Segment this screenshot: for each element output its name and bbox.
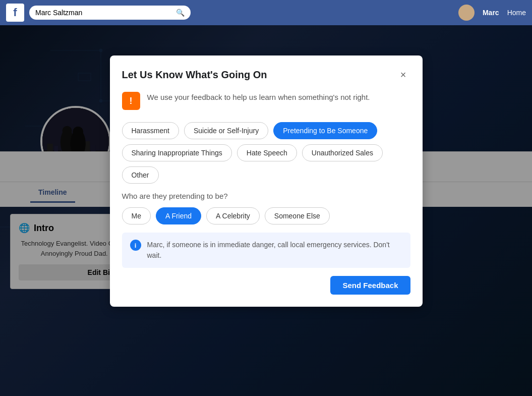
chip-other[interactable]: Other [122,166,159,184]
info-icon: i [130,240,141,251]
pretend-chip-friend[interactable]: A Friend [156,207,201,224]
chip-harassment[interactable]: Harassment [122,122,179,139]
pretend-question: Who are they pretending to be? [122,192,410,200]
avatar [458,5,475,21]
search-bar[interactable]: 🔍 [29,6,191,20]
nav-home-link[interactable]: Home [507,9,526,17]
nav-username: Marc [483,9,499,17]
send-feedback-button[interactable]: Send Feedback [330,276,410,295]
footer-info-text: Marc, if someone is in immediate danger,… [147,240,402,261]
pretend-chip-someone_else[interactable]: Someone Else [265,207,330,224]
report-options: HarassmentSuicide or Self-InjuryPretendi… [122,122,410,184]
feedback-description: We use your feedback to help us learn wh… [147,92,370,103]
warning-icon: ! [122,92,140,110]
modal-header: Let Us Know What's Going On × [122,68,410,82]
pretend-chip-me[interactable]: Me [122,207,151,224]
chip-unauthorized[interactable]: Unauthorized Sales [302,144,383,161]
chip-sharing[interactable]: Sharing Inappropriate Things [122,144,232,161]
feedback-intro: ! We use your feedback to help us learn … [122,92,410,110]
page-background: Marc S Timeline 🌐 Intro Technology Evang… [0,25,532,396]
modal-overlay: Let Us Know What's Going On × ! We use y… [0,25,532,396]
search-input[interactable] [35,9,172,17]
top-navigation: f 🔍 Marc Home [0,0,532,25]
close-button[interactable]: × [396,68,410,82]
search-icon: 🔍 [176,9,185,17]
warning-icon-label: ! [130,96,133,106]
chip-hate[interactable]: Hate Speech [237,144,297,161]
facebook-logo: f [6,4,24,22]
modal-actions: Send Feedback [122,276,410,295]
pretend-options: MeA FriendA CelebritySomeone Else [122,207,410,224]
chip-pretending[interactable]: Pretending to Be Someone [273,122,377,139]
report-modal: Let Us Know What's Going On × ! We use y… [110,55,423,307]
pretend-chip-celebrity[interactable]: A Celebrity [206,207,260,224]
footer-info-bar: i Marc, if someone is in immediate dange… [122,233,410,268]
modal-title: Let Us Know What's Going On [122,69,267,81]
chip-suicide[interactable]: Suicide or Self-Injury [184,122,268,139]
info-icon-label: i [135,242,137,249]
nav-right: Marc Home [458,5,526,21]
